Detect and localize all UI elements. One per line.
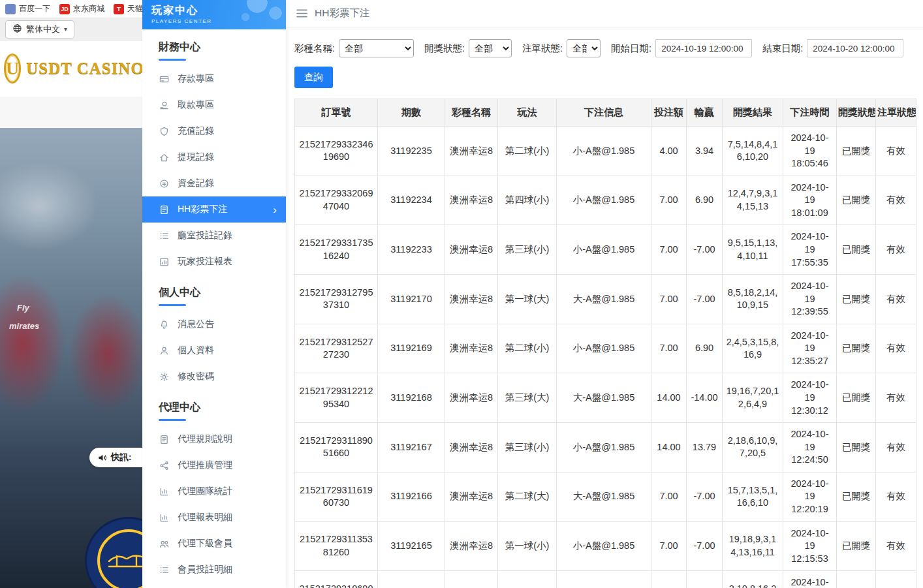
table-row: 215217293106903217031192163澳洲幸运8第二球(大)大-… <box>295 571 916 588</box>
draw-result: 19,18,9,3,14,13,16,11 <box>723 521 783 571</box>
bet-amount: 14.00 <box>651 571 687 588</box>
topbar: HH彩票下注 <box>286 0 923 27</box>
bookmark-item[interactable]: 百度一下 <box>5 3 50 14</box>
play-type: 第三球(小) <box>498 423 557 472</box>
draw-result: 9,5,15,1,13,4,10,11 <box>723 225 783 275</box>
sidebar-item-shield[interactable]: 充值記錄 <box>142 118 286 144</box>
bookmark-favicon-icon <box>5 4 16 14</box>
news-ticker[interactable]: 快訊: <box>89 448 142 467</box>
team-logo-ring <box>97 529 142 588</box>
money-hand-icon <box>159 100 169 110</box>
column-header-order-no: 訂單號 <box>295 99 378 127</box>
table-row: 215217293118905166031192167澳洲幸运8第三球(小)小-… <box>295 423 916 472</box>
bookmark-label: 百度一下 <box>19 3 50 14</box>
period: 31192167 <box>378 423 445 472</box>
play-type: 第二球(小) <box>498 324 557 373</box>
sidebar-item-label: 消息公告 <box>178 318 214 330</box>
order-no: 2152172931135381260 <box>295 521 378 571</box>
period: 31192165 <box>378 521 445 571</box>
bridge-icon <box>108 549 142 572</box>
sidebar-item-label: 個人資料 <box>178 345 214 356</box>
bet-amount: 7.00 <box>651 275 687 324</box>
bookmark-item[interactable]: JD京东商城 <box>59 3 104 14</box>
bet-info: 小-A盤@1.985 <box>557 423 651 472</box>
bookmark-item[interactable]: T天猫 <box>114 3 142 14</box>
logo-spacer <box>0 97 142 128</box>
sidebar-item-label: 提現記錄 <box>178 151 214 163</box>
sidebar-item-document[interactable]: HH彩票下注› <box>142 196 286 223</box>
bookmark-favicon-icon: T <box>114 4 124 14</box>
sidebar-item-list[interactable]: 會員交易明細 <box>142 583 286 588</box>
bet-time: 2024-10-19 12:30:12 <box>783 373 837 423</box>
menu-icon[interactable] <box>296 9 307 18</box>
bet-amount: 7.00 <box>651 225 687 275</box>
lottery-name: 澳洲幸运8 <box>445 176 498 225</box>
language-selector[interactable]: 繁体中文 ▾ <box>5 20 74 39</box>
language-label: 繁体中文 <box>26 23 60 35</box>
order-no: 2152172931069032170 <box>295 571 378 588</box>
content: 彩種名稱: 全部 開獎狀態: 全部 注單狀態: 全部 開始日期: 結束日期: <box>286 27 923 588</box>
lottery-name: 澳洲幸运8 <box>445 521 498 571</box>
sidebar-item-gear[interactable]: 修改密碼 <box>142 364 286 390</box>
sidebar-item-bank-card[interactable]: 存款專區 <box>142 66 286 92</box>
table-row: 215217293113538126031192165澳洲幸运8第一球(小)小-… <box>295 521 916 571</box>
bet-amount: 7.00 <box>651 472 687 521</box>
sidebar-item-document[interactable]: 代理規則說明 <box>142 426 286 452</box>
table-row: 215217293127953731031192170澳洲幸运8第一球(大)大-… <box>295 275 916 324</box>
sidebar: 玩家中心 PLAYERS CENTER 財務中心存款專區取款專區充值記錄提現記錄… <box>142 0 286 588</box>
period: 31192233 <box>378 225 445 275</box>
home-icon <box>159 152 169 162</box>
section-underline <box>159 304 186 306</box>
bet-time: 2024-10-19 12:15:53 <box>783 521 837 571</box>
casino-logo[interactable]: U USDT CASINO <box>0 40 142 97</box>
sidebar-item-coin[interactable]: 資金記錄 <box>142 170 286 196</box>
draw-result: 2,18,6,10,9,7,20,5 <box>723 423 783 472</box>
sidebar-item-chart[interactable]: 代理團隊統計 <box>142 478 286 504</box>
lottery-name: 澳洲幸运8 <box>445 571 498 588</box>
draw-status: 已開獎 <box>837 373 876 423</box>
sidebar-section-title: 個人中心 <box>142 275 286 300</box>
ticker-label: 快訊: <box>111 452 132 463</box>
section-underline <box>159 59 186 61</box>
order-status: 有效 <box>876 324 916 373</box>
win-loss: -7.00 <box>687 472 723 521</box>
start-date-input[interactable] <box>655 39 752 57</box>
sidebar-item-chart[interactable]: 代理報表明細 <box>142 504 286 531</box>
column-header-draw-status: 開獎狀態 <box>837 99 876 127</box>
order-no: 2152172933206947040 <box>295 176 378 225</box>
sidebar-item-money-hand[interactable]: 取款專區 <box>142 92 286 118</box>
sidebar-item-user[interactable]: 個人資料 <box>142 337 286 364</box>
sidebar-item-list[interactable]: 會員投註明細 <box>142 557 286 583</box>
draw-status-select[interactable]: 全部 <box>469 39 512 57</box>
column-header-period: 期數 <box>378 99 445 127</box>
sidebar-item-home[interactable]: 提現記錄 <box>142 144 286 170</box>
lottery-name: 澳洲幸运8 <box>445 225 498 275</box>
sidebar-section-title: 代理中心 <box>142 390 286 414</box>
list-icon <box>159 230 169 241</box>
bet-info: 大-A盤@1.985 <box>557 571 651 588</box>
lottery-name: 澳洲幸运8 <box>445 324 498 373</box>
report-icon <box>159 256 169 267</box>
order-status: 有效 <box>876 127 916 176</box>
sidebar-item-report[interactable]: 玩家投注報表 <box>142 249 286 275</box>
end-date-input[interactable] <box>807 39 903 57</box>
sidebar-item-users[interactable]: 代理下級會員 <box>142 531 286 557</box>
sidebar-subtitle: PLAYERS CENTER <box>151 18 286 24</box>
lottery-name-select[interactable]: 全部 <box>339 39 414 57</box>
sidebar-item-list[interactable]: 廳室投註記錄 <box>142 223 286 249</box>
document-icon <box>159 434 169 444</box>
search-button[interactable]: 查詢 <box>294 67 333 88</box>
sidebar-item-label: 存款專區 <box>178 73 214 85</box>
table-header-row: 訂單號期數彩種名稱玩法下注信息投注額輸贏開獎結果下注時間開獎狀態注單狀態 <box>295 99 916 127</box>
table-row: 215217293122129534031192168澳洲幸运8第三球(大)大-… <box>295 373 916 423</box>
period: 31192169 <box>378 324 445 373</box>
sidebar-item-label: 充值記錄 <box>178 125 214 137</box>
column-header-play-type: 玩法 <box>498 99 557 127</box>
sidebar-item-bell[interactable]: 消息公告 <box>142 311 286 337</box>
sidebar-item-share[interactable]: 代理推廣管理 <box>142 452 286 478</box>
bet-time: 2024-10-19 18:01:09 <box>783 176 837 225</box>
bet-info: 大-A盤@1.985 <box>557 275 651 324</box>
chevron-right-icon: › <box>273 204 277 215</box>
order-status-select[interactable]: 全部 <box>567 39 601 57</box>
jersey-text: Fly <box>17 303 29 313</box>
